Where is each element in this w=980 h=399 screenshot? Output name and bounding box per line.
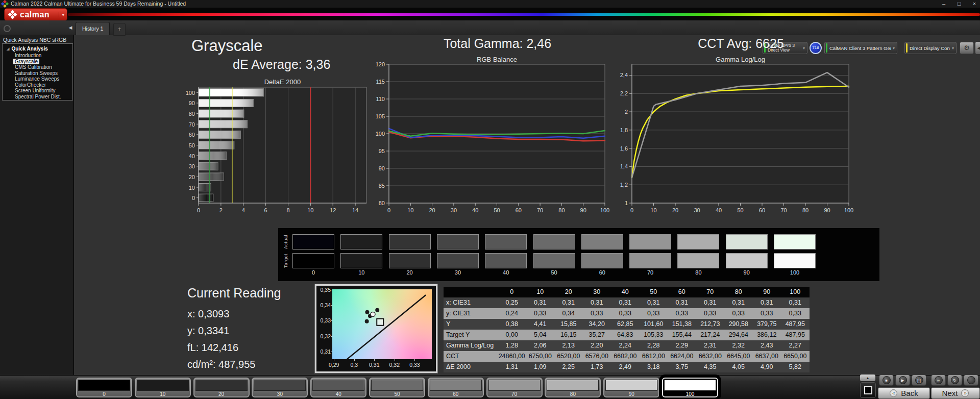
cie-chromaticity-chart: 0,350,340,330,320,310,290,30,310,320,33 [315, 284, 437, 373]
svg-text:40: 40 [716, 207, 722, 213]
next-button[interactable]: Next » [931, 387, 980, 399]
svg-text:40: 40 [472, 207, 478, 213]
sidebar-item-luminance-sweeps[interactable]: Luminance Sweeps [15, 76, 72, 82]
tab-history-1[interactable]: History 1 [76, 22, 110, 35]
app-icon [1, 0, 9, 8]
pattern-level-label: 10 [136, 391, 190, 397]
pattern-level-button-40[interactable]: 40 [310, 378, 366, 397]
table-cell: 2,06 [526, 340, 555, 351]
swatch-level-label: 60 [581, 269, 623, 276]
deltae-chart: 024681012141009080706050403020100 [153, 86, 378, 219]
swatch-level-label: 40 [485, 269, 527, 276]
table-cell: 6520,00 [554, 351, 583, 362]
pattern-level-button-100[interactable]: 100 [662, 378, 718, 397]
table-cell: 0,33 [696, 308, 725, 319]
calman-menu-button[interactable]: calman ▾ [4, 8, 67, 21]
sidebar-item-saturation-sweeps[interactable]: Saturation Sweeps [15, 70, 72, 77]
pattern-level-label: 80 [546, 391, 600, 397]
table-cell: 0,31 [668, 297, 696, 308]
table-cell: 0,33 [724, 308, 753, 319]
table-cell: 386,12 [753, 330, 781, 340]
svg-text:80: 80 [558, 207, 565, 213]
collapse-up-icon[interactable]: ▲ [860, 375, 875, 381]
svg-text:100: 100 [600, 207, 609, 213]
reading-cdm2: cd/m²: 487,955 [187, 356, 310, 373]
extra-transport-button[interactable] [964, 375, 978, 386]
new-tab-button[interactable]: + [113, 23, 126, 36]
sidebar-item-screen-uniformity[interactable]: Screen Uniformity [15, 88, 72, 94]
chevron-down-icon: ▾ [891, 46, 897, 51]
sidebar-item-colorchecker[interactable]: ColorChecker [15, 82, 72, 88]
sidebar-item-introduction[interactable]: Introduction [15, 53, 72, 59]
back-label: Back [901, 389, 918, 397]
table-cell: 6576,00 [583, 351, 611, 362]
display-control-dropdown-button[interactable]: Direct Display Control ▾ [904, 42, 957, 54]
loop-button[interactable]: ∞ [931, 375, 946, 386]
cie-y-tick: 0,35 [317, 287, 331, 293]
target-swatch-0 [292, 253, 334, 268]
pattern-level-button-90[interactable]: 90 [603, 378, 659, 397]
minimize-button[interactable]: – [938, 0, 949, 8]
pattern-window-button[interactable] [860, 382, 876, 398]
svg-text:60: 60 [516, 207, 522, 213]
pattern-level-label: 50 [370, 391, 424, 397]
svg-text:50: 50 [494, 207, 500, 213]
sidebar-item-spectral-power-dist[interactable]: Spectral Power Dist. [15, 94, 72, 100]
loop-icon: ∞ [935, 376, 943, 384]
table-cell: 0,33 [526, 308, 555, 319]
table-cell: 487,95 [781, 319, 810, 330]
swatch-level-label: 80 [677, 269, 719, 276]
actual-swatch-70 [629, 234, 671, 250]
sidebar-item-grayscale[interactable]: Grayscale [13, 59, 39, 65]
table-cell: 5,04 [526, 330, 555, 340]
pattern-level-button-60[interactable]: 60 [428, 378, 484, 397]
play-button[interactable]: ▶ [895, 375, 910, 386]
table-header-cell: 30 [583, 287, 611, 297]
svg-text:20: 20 [429, 207, 435, 213]
back-button[interactable]: « Back [878, 387, 930, 399]
table-cell: 2,32 [724, 340, 753, 351]
table-cell: 0,31 [554, 297, 583, 308]
pattern-level-button-20[interactable]: 20 [193, 378, 250, 397]
pattern-level-swatch [430, 380, 482, 391]
table-cell: 4,41 [526, 319, 555, 330]
pattern-level-label: 20 [194, 391, 249, 397]
swatch-level-label: 10 [340, 269, 382, 276]
svg-text:2: 2 [625, 109, 628, 115]
cie-x-tickmark [374, 359, 375, 361]
close-button[interactable]: × [969, 0, 980, 8]
sidebar-item-cms-calibration[interactable]: CMS Calibration [15, 64, 72, 70]
stop-button[interactable]: ■ [879, 375, 894, 386]
pattern-level-button-30[interactable]: 30 [252, 378, 308, 397]
restore-button[interactable]: □ [953, 0, 965, 8]
actual-swatch-40 [485, 234, 527, 250]
step-button[interactable]: [·] [912, 375, 926, 386]
pattern-level-button-0[interactable]: 0 [76, 378, 132, 397]
table-row-x-cie31: x: CIE310,250,310,310,310,310,310,310,31… [444, 297, 810, 308]
svg-text:90: 90 [379, 165, 385, 171]
table-cell: 35,27 [583, 330, 611, 340]
pattern-level-button-50[interactable]: 50 [369, 378, 425, 397]
pattern-level-button-80[interactable]: 80 [545, 378, 601, 397]
side-panel-arrow-button[interactable]: ◀ [975, 42, 980, 54]
svg-text:20: 20 [672, 207, 678, 213]
refresh-button[interactable]: ↻ [947, 375, 962, 386]
table-cell: 6650,00 [781, 351, 810, 362]
table-row-y: Y0,384,4115,8534,2062,85101,60151,38212,… [444, 319, 810, 330]
next-label: Next [942, 389, 958, 397]
table-cell: 1,28 [498, 340, 526, 351]
grayscale-table: 0102030405060708090100x: CIE310,250,310,… [444, 287, 810, 372]
table-row-label: x: CIE31 [444, 297, 498, 308]
table-cell: 6645,00 [724, 351, 753, 362]
sidebar-group-quick-analysis[interactable]: ◢Quick Analysis [7, 46, 72, 52]
swatch-row-label-target: Target [283, 253, 290, 268]
pattern-level-button-10[interactable]: 10 [135, 378, 191, 397]
table-cell: 0,31 [753, 297, 781, 308]
sidebar-collapse-button[interactable]: ◀ [67, 23, 74, 32]
status-indicator-icon [4, 25, 11, 32]
pattern-level-button-70[interactable]: 70 [486, 378, 543, 397]
gear-icon[interactable]: ⚙ [960, 42, 974, 54]
actual-swatch-100 [774, 234, 816, 250]
svg-text:2,2: 2,2 [620, 90, 628, 96]
svg-text:90: 90 [580, 207, 586, 213]
